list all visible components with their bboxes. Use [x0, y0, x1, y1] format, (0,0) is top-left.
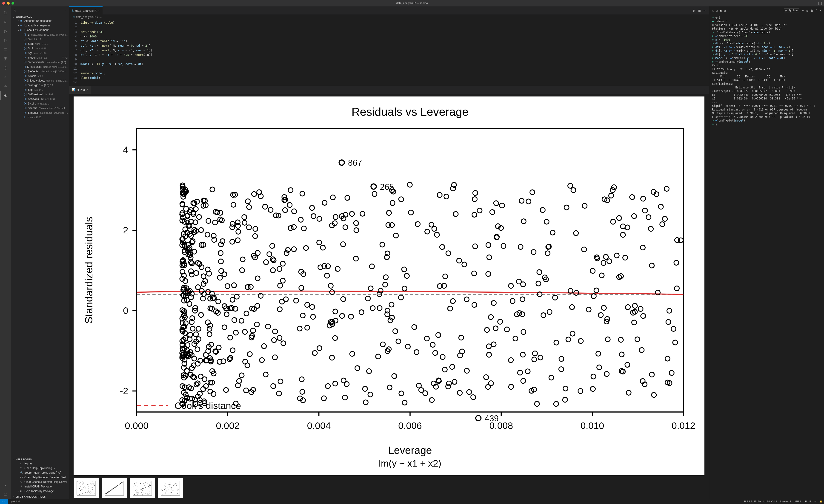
svg-point-597 [196, 285, 201, 290]
svg-point-717 [333, 381, 338, 386]
maximize-window-button[interactable] [11, 2, 14, 5]
var-field[interactable]: [e]$ fitted.values:Named num [1:10... [13, 78, 69, 83]
terminal-output[interactable]: > q()→ rdemo rR version 4.1.3 (2022-03-1… [709, 14, 824, 499]
breadcrumb[interactable]: ® data_analysis.R › ... [69, 14, 709, 19]
svg-point-1051 [136, 493, 136, 494]
var-field[interactable]: [e]$ effects :Named num [1:1000] -... [13, 69, 69, 74]
search-icon[interactable] [0, 17, 11, 27]
svg-point-866 [81, 485, 81, 486]
more-icon[interactable]: ⋯ [704, 88, 706, 92]
var-field[interactable]: [e]$ x1:num -1.12 ... [13, 41, 69, 46]
var-field[interactable]: [e]$ rank :int 3 [13, 74, 69, 78]
loaded-namespaces[interactable]: ›⧉Loaded Namespaces [13, 23, 69, 28]
kill-terminal-icon[interactable]: 🗑 [811, 9, 813, 12]
var-field[interactable]: [e]$ xlevels :Named list() [13, 97, 69, 101]
plot-thumb-1[interactable] [74, 478, 99, 498]
settings-gear-icon[interactable] [0, 490, 11, 499]
close-plot-tab-icon[interactable]: × [86, 88, 88, 92]
r-extension-icon[interactable]: R [0, 91, 11, 100]
terminal-icon-3[interactable]: ▤ [724, 9, 726, 12]
var-field[interactable]: [e]$ model:'data.frame': 1000 obs. ... [13, 111, 69, 115]
status-spaces[interactable]: Spaces: 2 [779, 500, 793, 503]
status-cursor[interactable]: Ln 14, Col 1 [762, 500, 779, 503]
svg-point-1053 [139, 485, 139, 486]
minimize-window-button[interactable] [7, 2, 10, 5]
var-field[interactable]: [e]$ df.residual :int 997 [13, 92, 69, 97]
var-field[interactable]: [e]$ id:int 1 2 ... [13, 37, 69, 41]
plot-canvas[interactable]: Residuals vs LeverageLeveragelm(y ~ x1 +… [74, 97, 704, 475]
layout-icon[interactable] [819, 2, 822, 5]
var-field[interactable]: [e]$ x2:num -0.681 ... [13, 46, 69, 51]
var-field[interactable]: [e]$ assign :int [1:3] 0 1 ... [13, 83, 69, 88]
split-terminal-icon[interactable]: ◫ [807, 9, 808, 12]
kernel-select[interactable]: ▷ Python [784, 8, 799, 12]
status-lang[interactable]: R [808, 500, 813, 503]
var-field[interactable]: [e]$ y :num -3.33 ... [13, 51, 69, 55]
svg-point-54 [396, 339, 401, 344]
extensions-icon[interactable] [0, 54, 11, 64]
account-icon[interactable] [0, 481, 11, 490]
plot-thumb-4[interactable] [158, 478, 183, 498]
status-errors[interactable]: ⊘ 0 ⚠ 0 [9, 500, 21, 503]
status-eol[interactable]: LF [802, 500, 808, 503]
view-var-icon[interactable]: ⧉ [66, 55, 68, 60]
help-section[interactable]: ⌄HELP PAGES [11, 458, 69, 461]
help-item[interactable]: 🔍Search Help Topics using `??` [13, 471, 69, 475]
var-dt[interactable]: ⌄[ ]dtdata.table: 1000 obs. of 4 varia..… [13, 32, 69, 37]
liveshare-section[interactable]: ›LIVE SHARE CONTROLS [11, 495, 69, 499]
help-item[interactable]: ⌂Home [13, 461, 69, 466]
status-encoding[interactable]: UTF-8 [793, 500, 802, 503]
plot-thumb-3[interactable] [130, 478, 155, 498]
terminal-icon[interactable]: ▢ [716, 9, 718, 12]
svg-point-411 [591, 386, 595, 391]
share-icon[interactable] [0, 73, 11, 82]
warning-icon[interactable]: ⚠ [712, 9, 714, 12]
code-editor[interactable]: 1234567891011121314 library(data.table) … [69, 19, 709, 86]
run-icon[interactable]: ▷ [694, 9, 696, 12]
docker-icon[interactable] [0, 82, 11, 91]
svg-point-214 [260, 358, 265, 363]
svg-point-414 [537, 270, 542, 274]
var-field[interactable]: [e]$ coefficients :Named num [1:3]... [13, 60, 69, 65]
plot-thumb-2[interactable] [102, 478, 127, 498]
svg-point-408 [520, 352, 525, 357]
var-field[interactable]: [e]$ terms:Classes 'terms', 'formul... [13, 106, 69, 111]
workspace-section[interactable]: ⌄ WORKSPACE [11, 15, 69, 19]
maximize-panel-icon[interactable]: ⌃ [816, 9, 817, 12]
close-var-icon[interactable]: ✕ [62, 55, 64, 60]
source-control-icon[interactable] [0, 27, 11, 36]
close-window-button[interactable] [2, 2, 5, 5]
more-icon[interactable]: ⋯ [704, 9, 706, 12]
var-field[interactable]: [e]$ call :language ... [13, 101, 69, 106]
new-terminal-icon[interactable]: ＋ [802, 8, 804, 12]
status-bell-icon[interactable]: 🔔 [818, 500, 824, 503]
explorer-icon[interactable] [0, 8, 11, 17]
help-item[interactable]: abcOpen Help Page for Selected Text [13, 475, 69, 480]
more-icon[interactable]: ⋯ [64, 9, 66, 12]
help-item[interactable]: ↻Clear Cache & Restart Help Server [13, 480, 69, 484]
run-debug-icon[interactable] [0, 36, 11, 45]
global-environment[interactable]: ⌄≡Global Environment [13, 28, 69, 32]
var-field[interactable]: [e]$ qr:List of 5 [13, 88, 69, 92]
tab-r-plot[interactable]: 📊R Plot × [69, 86, 91, 94]
close-tab-icon[interactable]: × [98, 9, 100, 12]
var-n[interactable]: ⊙nnum 1000 [13, 115, 69, 120]
attached-namespaces[interactable]: ›⧉Attached Namespaces [13, 19, 69, 23]
remote-icon[interactable] [0, 45, 11, 54]
close-panel-icon[interactable]: × [820, 9, 821, 12]
status-feedback-icon[interactable]: ☺ [813, 500, 818, 503]
help-item[interactable]: ?Open Help Topic using `?` [13, 466, 69, 471]
svg-point-644 [404, 273, 409, 278]
terminal-icon-2[interactable]: ▣ [720, 9, 721, 12]
help-item[interactable]: ›≡Help Topics by Package [13, 489, 69, 493]
remote-indicator[interactable] [0, 499, 8, 504]
status-r-version[interactable]: R 4.1.3: 25159 [743, 500, 762, 503]
split-icon[interactable]: ◫ [698, 9, 701, 12]
svg-point-653 [621, 233, 625, 237]
svg-point-643 [621, 224, 625, 229]
var-field[interactable]: [e]$ residuals :Named num [1:1000... [13, 65, 69, 69]
help-item[interactable]: ⬇Install CRAN Package [13, 484, 69, 489]
github-icon[interactable] [0, 64, 11, 73]
var-model[interactable]: ⌄⊙modelList of 12 ✕⧉ [13, 55, 69, 60]
tab-data-analysis[interactable]: ® data_analysis.R × [69, 6, 103, 14]
